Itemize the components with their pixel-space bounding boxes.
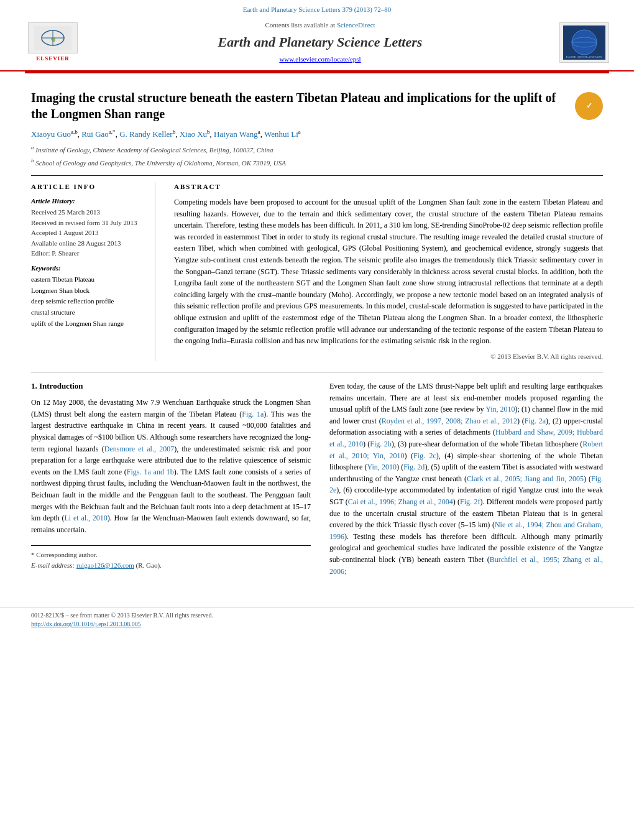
svg-text:🌿: 🌿 <box>51 37 56 42</box>
keyword-5: uplift of the Longmen Shan range <box>31 318 145 330</box>
fig2a-link[interactable]: Fig. 2a <box>525 417 546 425</box>
fig2b-link[interactable]: Fig. 2b <box>370 440 391 448</box>
nie-link[interactable]: Nie et al., 1994; Zhou and Graham, 1996 <box>329 520 603 541</box>
page-footer: 0012-821X/$ – see front matter © 2013 El… <box>0 607 634 632</box>
footnote-section: * Corresponding author. E-mail address: … <box>31 545 311 570</box>
article-title-section: Imaging the crustal structure beneath th… <box>31 90 603 122</box>
author-xiao-xu[interactable]: Xiao Xu <box>180 129 207 139</box>
keywords-section: Keywords: eastern Tibetan Plateau Longme… <box>31 264 145 329</box>
section1-right-paragraph: Even today, the cause of the LMS thrust-… <box>329 381 603 577</box>
journal-title: Earth and Planetary Science Letters <box>93 33 547 52</box>
left-column: 1. Introduction On 12 May 2008, the deva… <box>31 381 311 582</box>
journal-top-link[interactable]: Earth and Planetary Science Letters 379 … <box>25 5 609 14</box>
revised-date: Received in revised form 31 July 2013 <box>31 218 145 228</box>
journal-title-area: Contents lists available at ScienceDirec… <box>93 21 547 64</box>
accepted-date: Accepted 1 August 2013 <box>31 228 145 238</box>
affiliation-a: a Institute of Geology, Chinese Academy … <box>31 144 603 155</box>
article-history: Article History: Received 25 March 2013 … <box>31 196 145 259</box>
keyword-1: eastern Tibetan Plateau <box>31 274 145 285</box>
footer-doi[interactable]: http://dx.doi.org/10.1016/j.epsl.2013.08… <box>31 620 603 629</box>
svg-text:EARTH AND PLANETARY: EARTH AND PLANETARY <box>566 55 603 58</box>
author-wenhui-li[interactable]: Wenhui Li <box>264 129 298 139</box>
densmore-link[interactable]: Densmore et al., 2007 <box>104 445 174 453</box>
online-date: Available online 28 August 2013 <box>31 238 145 249</box>
keyword-4: crustal structure <box>31 307 145 318</box>
li2010-link[interactable]: Li et al., 2010 <box>65 514 108 522</box>
section1-heading: 1. Introduction <box>31 381 311 392</box>
contents-line: Contents lists available at ScienceDirec… <box>93 21 547 30</box>
yin2010b-link[interactable]: Yin, 2010 <box>367 463 397 471</box>
author-xiaoyu-guo[interactable]: Xiaoyu Guo <box>31 129 71 139</box>
editor-line: Editor: P. Shearer <box>31 248 145 259</box>
footer-issn: 0012-821X/$ – see front matter © 2013 El… <box>31 611 603 620</box>
copyright-line: © 2013 Elsevier B.V. All rights reserved… <box>174 352 603 361</box>
cai-link[interactable]: Cai et al., 1996; Zhang et al., 2004 <box>348 497 453 506</box>
earth-logo: EARTH AND PLANETARY <box>559 22 609 63</box>
abstract-text: Competing models have been proposed to a… <box>174 196 603 347</box>
journal-url[interactable]: www.elsevier.com/locate/epsl <box>93 55 547 64</box>
royden-link[interactable]: Royden et al., 1997, 2008; Zhao et al., … <box>382 417 517 425</box>
author-haiyan-wang[interactable]: Haiyan Wang <box>214 129 258 139</box>
yin2010-link[interactable]: Yin, 2010 <box>485 405 515 413</box>
affiliation-b: b School of Geology and Geophysics, The … <box>31 157 603 168</box>
footnote-star: * Corresponding author. <box>31 550 311 560</box>
abstract-heading: ABSTRACT <box>174 182 603 192</box>
keyword-2: Longmen Shan block <box>31 285 145 297</box>
journal-top-link-text[interactable]: Earth and Planetary Science Letters 379 … <box>243 6 392 13</box>
right-column: Even today, the cause of the LMS thrust-… <box>329 381 603 582</box>
author-randy-keller[interactable]: G. Randy Keller <box>119 129 173 139</box>
keyword-3: deep seismic reflection profile <box>31 296 145 307</box>
fig2f-link[interactable]: Fig. 2f <box>460 497 480 506</box>
doi-link[interactable]: http://dx.doi.org/10.1016/j.epsl.2013.08… <box>31 621 141 627</box>
keywords-list: eastern Tibetan Plateau Longmen Shan blo… <box>31 274 145 329</box>
author-rui-gao[interactable]: Rui Gao <box>81 129 109 139</box>
elsevier-label: ELSEVIER <box>36 55 70 63</box>
elsevier-logo-image: 🌿 <box>28 22 78 53</box>
fig2d-link[interactable]: Fig. 2d <box>403 463 425 471</box>
header-flex: 🌿 ELSEVIER Contents lists available at S… <box>25 17 609 68</box>
main-content: 1. Introduction On 12 May 2008, the deva… <box>31 372 603 582</box>
affiliations: a Institute of Geology, Chinese Academy … <box>31 144 603 167</box>
footnote-email-link[interactable]: ruigao126@126.com <box>76 561 134 569</box>
article-body: Imaging the crustal structure beneath th… <box>0 73 634 594</box>
authors-line: Xiaoyu Guoa,b, Rui Gaoa,*, G. Randy Kell… <box>31 128 603 141</box>
crossmark-badge[interactable]: ✓ <box>575 92 603 120</box>
figs1-link[interactable]: Figs. 1a and 1b <box>127 468 174 476</box>
sciencedirect-link[interactable]: ScienceDirect <box>337 21 375 29</box>
article-info-abstract: ARTICLE INFO Article History: Received 2… <box>31 175 603 362</box>
received-date: Received 25 March 2013 <box>31 207 145 218</box>
article-history-title: Article History: <box>31 196 145 206</box>
article-title: Imaging the crustal structure beneath th… <box>31 90 575 122</box>
footnote-email-line: E-mail address: ruigao126@126.com (R. Ga… <box>31 560 311 571</box>
elsevier-logo: 🌿 ELSEVIER <box>25 22 81 63</box>
fig2c-link[interactable]: Fig. 2c <box>413 451 436 460</box>
abstract-section: ABSTRACT Competing models have been prop… <box>174 182 603 362</box>
section1-left-paragraph: On 12 May 2008, the devastating Mw 7.9 W… <box>31 397 311 535</box>
article-info: ARTICLE INFO Article History: Received 2… <box>31 182 155 362</box>
article-info-heading: ARTICLE INFO <box>31 182 145 192</box>
journal-header: Earth and Planetary Science Letters 379 … <box>0 0 634 72</box>
burchfiel-link[interactable]: Burchfiel et al., 1995; Zhang et al., 20… <box>329 555 603 576</box>
fig1a-link[interactable]: Fig. 1a <box>242 410 264 418</box>
keywords-title: Keywords: <box>31 264 145 273</box>
clark-link[interactable]: Clark et al., 2005; Jiang and Jin, 2005 <box>467 474 584 483</box>
